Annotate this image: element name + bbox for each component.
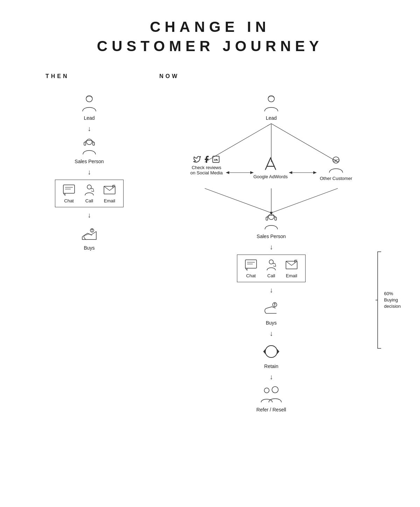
sales-icon-then [79, 136, 100, 157]
then-lead-label: Lead [84, 115, 94, 121]
then-sales-label: Sales Person [75, 159, 104, 164]
other-customer-label: Other Customer [320, 176, 352, 181]
then-call-label: Call [85, 198, 93, 203]
now-refer-node: Refer / Resell [257, 384, 286, 412]
title-line2: CUSTOMER JOURNEY [0, 37, 420, 56]
svg-rect-36 [266, 217, 268, 220]
buys-icon-now [261, 298, 282, 319]
now-sales-node: Sales Person [257, 211, 286, 239]
svg-point-41 [269, 260, 273, 264]
now-retain-node: Retain [261, 341, 282, 369]
now-sales-label: Sales Person [257, 234, 286, 239]
lead-icon-then [79, 93, 100, 114]
now-call-label: Call [267, 273, 275, 278]
now-buys-label: Buys [266, 320, 276, 326]
content-area: Lead ↓ Sales Person [0, 83, 420, 415]
then-chat-item: Chat [62, 183, 76, 203]
svg-rect-3 [93, 142, 94, 145]
svg-line-23 [205, 188, 271, 213]
now-column: Lead [150, 83, 392, 415]
now-comm-box: Chat Call [237, 255, 306, 282]
svg-marker-48 [263, 349, 265, 354]
other-customer-icon [327, 155, 346, 174]
bracket-text: 60% Buying decision [384, 291, 401, 310]
now-buys-node: Buys [261, 298, 282, 326]
then-column: Lead ↓ Sales Person [28, 83, 150, 415]
bracket-line2: decision [384, 303, 401, 310]
title-line1: CHANGE IN [0, 18, 420, 37]
bracket-line1: Buying [384, 297, 401, 303]
svg-marker-21 [289, 171, 292, 174]
svg-rect-32 [333, 160, 336, 161]
social-icons [193, 155, 220, 164]
now-lead-node: Lead [261, 93, 282, 121]
svg-line-25 [271, 188, 338, 213]
svg-rect-2 [84, 142, 86, 145]
diamond-section: Check reviewson Social Media Google AdWo… [173, 124, 369, 215]
now-retain-label: Retain [264, 363, 278, 369]
now-arrow1: ↓ [270, 243, 273, 250]
now-arrow3: ↓ [270, 330, 273, 337]
now-arrow2: ↓ [270, 286, 273, 293]
now-label: NOW [159, 73, 179, 79]
linkedin-icon [212, 155, 220, 163]
refer-icon [259, 384, 284, 405]
svg-point-1 [86, 139, 92, 145]
now-email-label: Email [286, 273, 298, 278]
then-sales-node: Sales Person [75, 136, 104, 164]
svg-point-31 [333, 157, 339, 163]
sections-wrapper: THEN NOW [0, 73, 420, 79]
bracket-svg [375, 251, 382, 349]
then-buys-node: Buys [79, 223, 100, 251]
twitter-icon [193, 155, 201, 163]
buys-icon-then [79, 223, 100, 244]
svg-rect-33 [336, 160, 339, 161]
svg-point-50 [272, 387, 278, 393]
then-chat-label: Chat [64, 198, 74, 203]
social-label: Check reviewson Social Media [190, 165, 223, 175]
lead-icon-now [261, 93, 282, 114]
svg-rect-37 [275, 217, 276, 220]
now-chat-label: Chat [246, 273, 255, 278]
now-lead-label: Lead [266, 115, 276, 121]
adwords-icon [262, 155, 279, 173]
adwords-node: Google AdWords [253, 155, 288, 179]
bracket-percent: 60% [384, 291, 401, 297]
social-node: Check reviewson Social Media [180, 155, 233, 175]
bracket-container: 60% Buying decision [375, 251, 401, 349]
now-email-item: Email [285, 258, 298, 278]
then-label: THEN [46, 73, 69, 79]
then-arrow3: ↓ [88, 211, 91, 218]
then-call-item: Call [83, 183, 96, 203]
then-arrow1: ↓ [88, 125, 91, 132]
main-title: CHANGE IN CUSTOMER JOURNEY [0, 18, 420, 56]
then-buys-label: Buys [84, 245, 94, 251]
then-arrow2: ↓ [88, 168, 91, 175]
now-call-item: Call [265, 258, 278, 278]
svg-point-49 [264, 388, 269, 393]
title-section: CHANGE IN CUSTOMER JOURNEY [0, 0, 420, 66]
other-customer-node: Other Customer [313, 155, 359, 181]
then-email-label: Email [104, 198, 115, 203]
then-lead-node: Lead [79, 93, 100, 121]
page-container: CHANGE IN CUSTOMER JOURNEY THEN NOW [0, 0, 420, 507]
now-chat-item: Chat [244, 258, 258, 278]
facebook-icon [202, 155, 211, 164]
svg-point-7 [87, 185, 91, 189]
adwords-label: Google AdWords [253, 174, 288, 179]
then-email-item: Email [103, 183, 116, 203]
now-arrow4: ↓ [270, 373, 273, 380]
now-refer-label: Refer / Resell [257, 407, 286, 412]
retain-icon [261, 341, 282, 362]
then-comm-box: Chat Call [55, 180, 124, 207]
